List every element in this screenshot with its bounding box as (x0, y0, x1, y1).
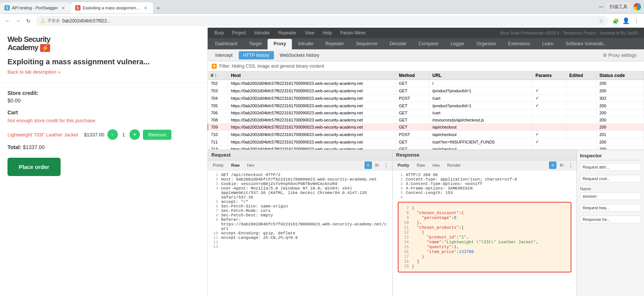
request-code-area[interactable]: 1GET /api/checkout HTTP/22Host: 0ab2002d… (208, 170, 392, 296)
burp-menu-intruder[interactable]: Intruder (251, 29, 274, 37)
table-row[interactable]: 702 https://0ab2002d04bfc57f822316170009… (208, 80, 644, 87)
burp-tab-logger[interactable]: Logger (445, 39, 470, 49)
line-content: Sec-Fetch-Site: same-origin (221, 204, 389, 209)
resp-ln-icon[interactable]: ln (558, 161, 565, 169)
burp-tab-repeater[interactable]: Repeater (320, 39, 350, 49)
tab-2-close[interactable]: ✕ (143, 5, 149, 11)
burp-sub-tab-intercept[interactable]: Intercept (211, 51, 237, 59)
cell-num: 710 (208, 131, 228, 138)
table-row[interactable]: 704 https://0ab2002d04bfc57f822316170009… (208, 95, 644, 102)
response-code-line: 3X-Content-Type-Options: nosniff (396, 182, 574, 186)
table-row[interactable]: 710 https://0ab2002d04bfc57f822316170009… (208, 131, 644, 138)
req-fmt-raw[interactable]: Raw (228, 162, 243, 168)
burp-menu-help[interactable]: Help (319, 29, 336, 37)
browser-tab-2[interactable]: S Exploiting a mass assignment... ✕ (71, 2, 153, 13)
burp-tab-organizer[interactable]: Organizer (470, 39, 502, 49)
toolbar-right: 🧩 👤 ⋮ (611, 16, 641, 25)
resp-fmt-pretty[interactable]: Pretty (395, 162, 412, 168)
inspector-req-cookies-item[interactable]: Request cool... (580, 175, 641, 182)
req-menu-icon[interactable]: ⋮ (382, 161, 390, 169)
response-code-line: 6 (396, 195, 574, 200)
cell-host: https://0ab2002d04bfc57f8223161700090023… (228, 110, 396, 117)
tab-1-close[interactable]: ✕ (60, 5, 66, 11)
scan-tool-button[interactable]: 扫描工具 (607, 3, 631, 11)
table-row[interactable]: 705 https://0ab2002d04bfc57f822316170009… (208, 102, 644, 110)
inspector-session-item[interactable]: session (580, 192, 641, 200)
wsa-back-link[interactable]: Back to lab description » (7, 69, 200, 75)
qty-plus-button[interactable]: + (129, 129, 140, 140)
req-ln-icon[interactable]: ln (373, 161, 381, 169)
burp-menu-param-miner[interactable]: Param Miner (336, 29, 370, 37)
profile-button[interactable]: 👤 (622, 16, 631, 25)
cart-item-link[interactable]: Lightweight "l33t" Leather Jacket (7, 132, 78, 138)
url-bar[interactable]: ⚠ 不安全 0ab2002d04bfc57f822... ☆ (36, 16, 608, 26)
resp-fmt-hex[interactable]: Hex (430, 162, 443, 168)
inspector-req-attr-item[interactable]: Request attri... (580, 163, 641, 171)
qty-minus-button[interactable]: - (107, 129, 118, 140)
response-code-area[interactable]: 1HTTP/2 200 OK2Content-Type: application… (393, 170, 577, 296)
line-number: 17 (402, 254, 409, 259)
req-wrap-icon[interactable]: ≡ (364, 161, 372, 169)
burp-sub-tab-websockets[interactable]: WebSockets history (275, 51, 324, 59)
table-row[interactable]: 706 https://0ab2002d04bfc57f822316170009… (208, 110, 644, 117)
burp-menu-repeater[interactable]: Repeater (274, 29, 300, 37)
inspector-resp-headers-item[interactable]: Response he... (580, 216, 641, 223)
table-row[interactable]: 703 https://0ab2002d04bfc57f822316170009… (208, 87, 644, 95)
burp-menu-project[interactable]: Project (228, 29, 250, 37)
inspector-req-headers-item[interactable]: Request hea... (580, 204, 641, 212)
line-content: Safari/537.36 (221, 195, 389, 200)
cell-params (532, 80, 566, 87)
filter-icon: 🔽 (211, 64, 217, 69)
request-panel-header: Request (208, 150, 392, 160)
req-fmt-pretty[interactable]: Pretty (210, 162, 227, 168)
inspector-resp-headers: Response he... (580, 216, 641, 224)
burp-menu-burp[interactable]: Burp (211, 29, 228, 37)
burp-sub-tab-proxy-settings[interactable]: ⚙ Proxy settings (598, 51, 641, 59)
table-row[interactable]: 713 https://0ab2002d04bfc57f822316170009… (208, 146, 644, 150)
burp-tab-learn[interactable]: Learn (536, 39, 560, 49)
req-fmt-hex[interactable]: Hex (244, 162, 257, 168)
remove-button[interactable]: Remove (143, 130, 171, 140)
request-code-line: 6Sec-Fetch-Site: same-origin (211, 204, 389, 209)
resp-fmt-raw[interactable]: Raw (414, 162, 428, 168)
settings-button[interactable]: ⋮ (632, 16, 641, 25)
line-content: GET /api/checkout HTTP/2 (221, 173, 389, 177)
burp-tab-extensions[interactable]: Extensions (502, 39, 536, 49)
cell-host: https://0ab2002d04bfc57f8223161700090023… (228, 146, 396, 150)
burp-tab-software[interactable]: Software Vulnerabi... (559, 39, 613, 49)
request-code-line: 7Sec-Fetch-Mode: cors (211, 209, 389, 213)
back-button[interactable]: ← (3, 16, 12, 25)
burp-tab-sequencer[interactable]: Sequencer (350, 39, 384, 49)
burp-sub-tab-http-history[interactable]: HTTP history (239, 51, 274, 59)
table-row[interactable]: 711 https://0ab2002d04bfc57f822316170009… (208, 138, 644, 146)
cell-status: 200 (596, 110, 644, 117)
table-row[interactable]: 708 https://0ab2002d04bfc57f822316170009… (208, 117, 644, 124)
cell-params: ✓ (532, 131, 566, 138)
table-row[interactable]: 709 https://0ab2002d04bfc57f822316170009… (208, 124, 644, 131)
request-panel: Request Pretty Raw Hex ≡ ln ⋮ 1GET /api/… (208, 150, 393, 296)
line-number: 13 (211, 244, 218, 249)
request-code-line: 8Sec-Fetch-Dest: empty (211, 213, 389, 218)
place-order-button[interactable]: Place order (7, 158, 61, 176)
resp-menu-icon[interactable]: ⋮ (567, 161, 574, 169)
line-content: ] (412, 259, 568, 264)
resp-fmt-render[interactable]: Render (444, 162, 464, 168)
cell-num: 711 (208, 138, 228, 146)
response-json-line: 11 "chosen_products":[ (402, 225, 568, 230)
request-code-line: 5Accept: */* (211, 200, 389, 204)
wsa-logo-icon: Web Security Academy ⚡ (7, 35, 50, 52)
burp-tab-dashboard[interactable]: Dashboard (209, 39, 243, 49)
burp-tab-comparer[interactable]: Comparer (413, 39, 445, 49)
burp-menu-view[interactable]: View (301, 29, 318, 37)
burp-tab-proxy[interactable]: Proxy (268, 39, 292, 49)
browser-tab-1[interactable]: S API testing - PortSwigger ✕ (0, 2, 71, 13)
forward-button[interactable]: → (13, 16, 22, 25)
burp-tab-target[interactable]: Target (243, 39, 268, 49)
line-number: 1 (211, 173, 218, 177)
burp-tab-decoder[interactable]: Decoder (384, 39, 412, 49)
resp-wrap-icon[interactable]: ≡ (549, 161, 556, 169)
new-tab-button[interactable]: + (153, 3, 164, 13)
extensions-button[interactable]: 🧩 (611, 16, 620, 25)
burp-tab-intruder[interactable]: Intruder (292, 39, 319, 49)
reload-button[interactable]: ↻ (24, 16, 33, 25)
